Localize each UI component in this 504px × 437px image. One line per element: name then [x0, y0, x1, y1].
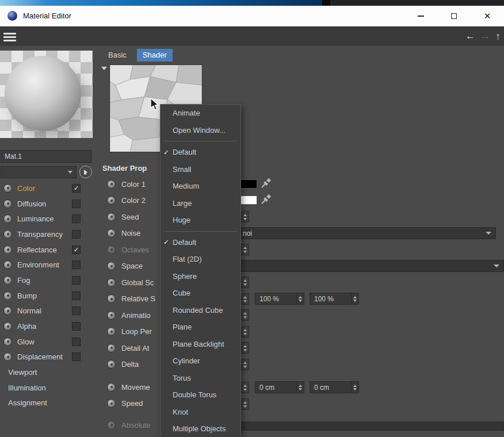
relative-scale-x-field[interactable]: 100 % — [255, 293, 304, 305]
channel-checkbox[interactable] — [72, 338, 81, 346]
prop-radio-icon[interactable] — [107, 383, 116, 392]
channel-radio-icon[interactable] — [3, 260, 12, 269]
close-button[interactable]: ✕ — [471, 6, 504, 26]
channel-label[interactable]: Diffusion — [17, 200, 46, 208]
channel-label[interactable]: Reflectance — [17, 246, 57, 254]
delta-stepper[interactable] — [241, 359, 249, 370]
channel-label[interactable]: Glow — [17, 338, 35, 346]
shader-select-dropdown[interactable] — [1, 166, 77, 178]
prop-radio-icon[interactable] — [107, 213, 116, 221]
channel-checkbox[interactable]: ✓ — [72, 246, 81, 254]
prop-radio-icon[interactable] — [107, 360, 116, 369]
channel-row-color[interactable]: Color ✓ — [0, 181, 97, 196]
channel-checkbox[interactable] — [72, 230, 81, 239]
menu-item-size-default[interactable]: ✓ Default — [161, 144, 240, 161]
movement-x-field[interactable]: 0 cm — [255, 381, 304, 393]
channel-checkbox[interactable] — [72, 352, 81, 361]
movement-stepper[interactable] — [241, 382, 249, 393]
channel-checkbox[interactable] — [72, 214, 81, 223]
up-icon[interactable]: ↑ — [495, 30, 501, 43]
channel-checkbox[interactable] — [72, 276, 81, 285]
color1-swatch[interactable] — [240, 179, 257, 189]
menu-item-multiple-objects[interactable]: Multiple Objects — [161, 420, 240, 437]
channel-radio-icon[interactable] — [3, 322, 12, 331]
animation-speed-stepper[interactable] — [241, 309, 249, 321]
sidebar-item-viewport[interactable]: Viewport — [0, 365, 97, 380]
channel-checkbox[interactable] — [72, 292, 81, 300]
channel-checkbox[interactable] — [72, 322, 81, 331]
prop-radio-icon[interactable] — [107, 229, 116, 237]
menu-item-knot[interactable]: Knot — [161, 404, 240, 421]
channel-row-displacement[interactable]: Displacement — [0, 350, 97, 365]
sidebar-item-label[interactable]: Assignment — [8, 398, 47, 407]
shader-picker-button[interactable] — [79, 166, 92, 178]
channel-label[interactable]: Alpha — [17, 322, 36, 331]
stepper-icon[interactable] — [296, 293, 304, 304]
speed-stepper[interactable] — [241, 398, 249, 410]
channel-row-luminance[interactable]: Luminance — [0, 211, 97, 227]
channel-row-fog[interactable]: Fog — [0, 273, 97, 288]
channel-row-transparency[interactable]: Transparency — [0, 227, 97, 242]
menu-item-plane[interactable]: Plane — [161, 319, 240, 336]
minimize-button[interactable] — [404, 6, 437, 26]
sidebar-item-label[interactable]: Illumination — [8, 384, 46, 392]
relative-scale-stepper[interactable] — [241, 293, 249, 305]
prop-radio-icon[interactable] — [107, 311, 116, 320]
stepper-icon[interactable] — [351, 382, 358, 393]
relative-scale-y-field[interactable]: 100 % — [310, 293, 359, 305]
menu-item-torus[interactable]: Torus — [161, 370, 240, 387]
channel-radio-icon[interactable] — [3, 214, 12, 223]
menu-item-open-window[interactable]: Open Window... — [161, 122, 240, 139]
prop-radio-icon[interactable] — [107, 399, 116, 408]
tab-shader[interactable]: Shader — [137, 49, 173, 62]
color2-swatch[interactable] — [240, 195, 257, 205]
channel-label[interactable]: Luminance — [17, 214, 54, 223]
menu-item-huge[interactable]: Huge — [161, 212, 240, 229]
prop-radio-icon[interactable] — [107, 294, 116, 303]
back-icon[interactable]: ← — [465, 30, 475, 42]
channel-label[interactable]: Displacement — [17, 352, 63, 361]
global-scale-stepper[interactable] — [241, 277, 249, 288]
sidebar-item-assignment[interactable]: Assignment — [0, 396, 97, 411]
prop-radio-icon[interactable] — [107, 327, 116, 336]
channel-radio-icon[interactable] — [3, 338, 12, 346]
channel-radio-icon[interactable] — [3, 246, 12, 254]
channel-row-reflectance[interactable]: Reflectance ✓ — [0, 242, 97, 258]
channel-label[interactable]: Fog — [17, 276, 30, 285]
seed-stepper[interactable] — [241, 211, 249, 223]
maximize-button[interactable] — [437, 6, 471, 26]
material-preview[interactable] — [0, 51, 93, 138]
prop-radio-icon[interactable] — [107, 180, 116, 189]
tab-basic[interactable]: Basic — [102, 49, 132, 62]
menu-item-sphere[interactable]: Sphere — [161, 268, 240, 285]
titlebar[interactable]: Material Editor ✕ — [0, 6, 504, 26]
channel-label[interactable]: Color — [17, 184, 35, 193]
stepper-icon[interactable] — [296, 382, 304, 393]
movement-y-field[interactable]: 0 cm — [310, 381, 359, 393]
channel-radio-icon[interactable] — [3, 352, 12, 361]
menu-item-cube[interactable]: Cube — [161, 285, 240, 302]
channel-row-normal[interactable]: Normal — [0, 304, 97, 319]
collapse-arrow-icon[interactable] — [101, 67, 107, 70]
loop-period-stepper[interactable] — [241, 326, 249, 338]
channel-radio-icon[interactable] — [3, 230, 12, 239]
channel-row-diffusion[interactable]: Diffusion — [0, 196, 97, 212]
menu-item-flat-2d[interactable]: Flat (2D) — [161, 251, 240, 268]
color2-eyedropper-icon[interactable] — [261, 194, 271, 205]
menu-item-medium[interactable]: Medium — [161, 178, 240, 195]
channel-checkbox[interactable] — [72, 306, 81, 315]
menu-item-plane-backlight[interactable]: Plane Backlight — [161, 336, 240, 353]
channel-row-alpha[interactable]: Alpha — [0, 319, 97, 334]
channel-label[interactable]: Transparency — [17, 230, 63, 239]
menu-item-animate[interactable]: Animate — [161, 105, 240, 122]
sidebar-item-label[interactable]: Viewport — [8, 368, 37, 377]
menu-item-large[interactable]: Large — [161, 195, 240, 212]
menu-item-cylinder[interactable]: Cylinder — [161, 352, 240, 370]
menu-item-double-torus[interactable]: Double Torus — [161, 386, 240, 404]
color1-eyedropper-icon[interactable] — [261, 178, 271, 189]
detail-attenuation-stepper[interactable] — [241, 342, 249, 354]
channel-radio-icon[interactable] — [3, 292, 12, 300]
noise-type-dropdown[interactable]: noi — [241, 227, 496, 239]
channel-label[interactable]: Environment — [17, 260, 59, 269]
channel-checkbox[interactable] — [72, 200, 81, 208]
